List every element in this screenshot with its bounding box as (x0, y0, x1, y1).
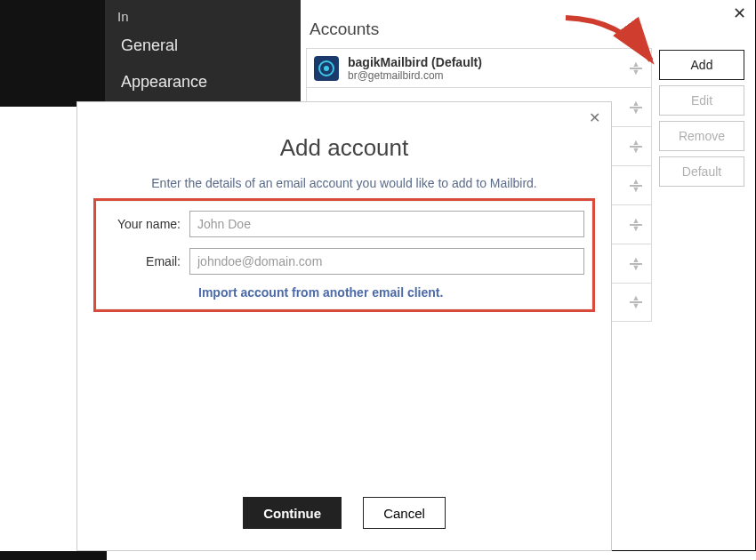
dialog-actions: Continue Cancel (77, 497, 611, 529)
drag-handle-icon[interactable] (628, 140, 644, 153)
name-field[interactable] (189, 211, 584, 237)
dialog-title: Add account (77, 134, 611, 162)
continue-button[interactable]: Continue (243, 497, 342, 529)
mailbird-icon (314, 56, 339, 81)
settings-sidebar: In General Appearance (105, 0, 301, 107)
accounts-heading: Accounts (301, 0, 755, 44)
drag-handle-icon[interactable] (628, 219, 644, 231)
app-dark-panel (0, 0, 105, 107)
account-text: bagikMailbird (Default) br@getmailbird.c… (348, 55, 628, 82)
sidebar-item-general[interactable]: General (105, 28, 301, 64)
default-button[interactable]: Default (659, 156, 744, 187)
footer-dark-strip (0, 551, 107, 560)
name-label: Your name: (104, 217, 189, 231)
email-label: Email: (104, 254, 189, 268)
account-row[interactable]: bagikMailbird (Default) br@getmailbird.c… (306, 48, 652, 87)
drag-handle-icon[interactable] (628, 258, 644, 270)
edit-button[interactable]: Edit (659, 85, 744, 116)
add-account-dialog: ✕ Add account Enter the details of an em… (76, 101, 612, 551)
add-button[interactable]: Add (659, 50, 744, 80)
account-email: br@getmailbird.com (348, 69, 628, 82)
drag-handle-icon[interactable] (628, 180, 644, 192)
cancel-button[interactable]: Cancel (363, 497, 446, 529)
dialog-subtitle: Enter the details of an email account yo… (77, 176, 611, 190)
sidebar-item-appearance[interactable]: Appearance (105, 64, 301, 100)
dialog-close-icon[interactable]: ✕ (589, 109, 600, 126)
remove-button[interactable]: Remove (659, 121, 744, 151)
account-name: bagikMailbird (Default) (348, 55, 628, 69)
drag-handle-icon[interactable] (628, 101, 644, 114)
sidebar-truncated-label: In (105, 5, 301, 28)
email-field[interactable] (189, 248, 584, 275)
drag-handle-icon[interactable] (628, 62, 644, 75)
import-link[interactable]: Import account from another email client… (198, 285, 584, 300)
account-action-buttons: Add Edit Remove Default (659, 50, 744, 187)
close-icon[interactable]: ✕ (733, 4, 746, 23)
add-account-form: Your name: Email: Import account from an… (104, 211, 584, 300)
drag-handle-icon[interactable] (628, 296, 644, 308)
